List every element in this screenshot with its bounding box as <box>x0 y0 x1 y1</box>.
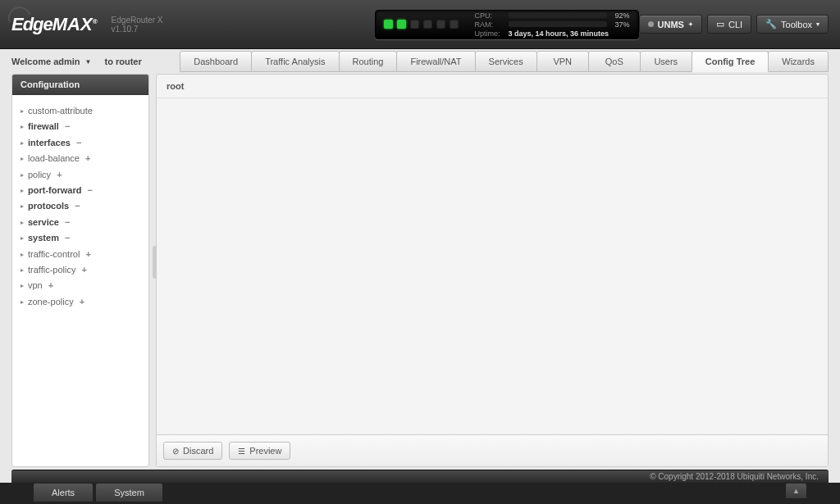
tree-item-firewall[interactable]: ▸firewall− <box>17 119 144 134</box>
tree-item-policy[interactable]: ▸policy+ <box>17 167 144 183</box>
welcome-menu[interactable]: Welcome admin ▼ to router <box>11 57 142 66</box>
content-panel: root ⊘Discard ☰Preview <box>156 74 829 467</box>
cli-button[interactable]: ▭CLI <box>707 15 751 34</box>
tab-wizards[interactable]: Wizards <box>768 51 829 72</box>
unms-button[interactable]: UNMS✦ <box>639 15 702 34</box>
triangle-icon: ▸ <box>21 170 24 179</box>
triangle-icon: ▸ <box>21 281 24 290</box>
main-nav-tabs: DashboardTraffic AnalysisRoutingFirewall… <box>180 51 829 72</box>
tree-item-port-forward[interactable]: ▸port-forward− <box>17 183 144 198</box>
led-port-5 <box>436 20 445 29</box>
header-actions: UNMS✦ ▭CLI 🔧Toolbox▾ <box>639 15 829 34</box>
discard-button[interactable]: ⊘Discard <box>163 442 222 460</box>
preview-button[interactable]: ☰Preview <box>229 442 290 460</box>
tree-item-load-balance[interactable]: ▸load-balance+ <box>17 151 144 166</box>
tree-item-traffic-policy[interactable]: ▸traffic-policy+ <box>17 262 144 278</box>
ram-bar <box>509 21 607 27</box>
triangle-icon: ▸ <box>21 202 24 211</box>
triangle-icon: ▸ <box>21 138 24 148</box>
cpu-bar <box>509 12 607 18</box>
tree-item-zone-policy[interactable]: ▸zone-policy+ <box>17 294 144 310</box>
tree-item-protocols[interactable]: ▸protocols− <box>17 198 144 214</box>
breadcrumb: root <box>157 75 828 98</box>
tab-qos[interactable]: QoS <box>588 51 641 72</box>
port-leds <box>384 20 459 29</box>
tab-vpn[interactable]: VPN <box>536 51 589 72</box>
toolbox-button[interactable]: 🔧Toolbox▾ <box>756 15 829 34</box>
led-port-6 <box>450 20 459 29</box>
tab-routing[interactable]: Routing <box>339 51 398 72</box>
config-sidebar: Configuration ▸custom-attribute▸firewall… <box>11 74 149 467</box>
content-body <box>157 98 828 434</box>
triangle-icon: ▸ <box>21 154 24 163</box>
sidebar-title: Configuration <box>12 75 148 95</box>
tree-item-vpn[interactable]: ▸vpn+ <box>17 278 144 293</box>
tree-item-interfaces[interactable]: ▸interfaces− <box>17 135 144 151</box>
status-dot-icon <box>648 21 654 27</box>
copyright-text: © Copyright 2012-2018 Ubiquiti Networks,… <box>11 470 829 483</box>
led-port-3 <box>410 20 419 29</box>
ram-value: 37% <box>615 20 630 29</box>
tab-config-tree[interactable]: Config Tree <box>692 51 769 72</box>
triangle-icon: ▸ <box>21 234 24 243</box>
tab-firewall-nat[interactable]: Firewall/NAT <box>396 51 475 72</box>
chevron-down-icon: ▼ <box>85 58 92 66</box>
tab-services[interactable]: Services <box>475 51 537 72</box>
cpu-value: 92% <box>615 11 630 20</box>
cancel-icon: ⊘ <box>172 447 179 456</box>
ram-label: RAM: <box>475 20 500 29</box>
tab-users[interactable]: Users <box>640 51 692 72</box>
tree-item-custom-attribute[interactable]: ▸custom-attribute <box>17 103 144 119</box>
system-tab[interactable]: System <box>95 483 163 502</box>
uptime-label: Uptime: <box>475 30 500 38</box>
led-port-1 <box>384 20 393 29</box>
triangle-icon: ▸ <box>21 122 24 131</box>
content-footer: ⊘Discard ☰Preview <box>157 434 828 466</box>
wrench-icon: 🔧 <box>765 19 777 30</box>
bottom-dock: Alerts System ▲ <box>0 483 840 504</box>
tab-dashboard[interactable]: Dashboard <box>180 51 252 72</box>
uptime-value: 3 days, 14 hours, 36 minutes <box>509 30 630 38</box>
status-panel: CPU: 92% RAM: 37% Uptime: 3 days, 14 hou… <box>375 10 639 39</box>
chevron-down-icon: ▾ <box>816 20 819 28</box>
main-area: Configuration ▸custom-attribute▸firewall… <box>0 74 840 467</box>
tab-traffic-analysis[interactable]: Traffic Analysis <box>251 51 339 72</box>
triangle-icon: ▸ <box>21 107 24 116</box>
config-tree: ▸custom-attribute▸firewall−▸interfaces−▸… <box>12 95 148 318</box>
tree-item-traffic-control[interactable]: ▸traffic-control+ <box>17 247 144 262</box>
triangle-icon: ▸ <box>21 266 24 275</box>
triangle-icon: ▸ <box>21 297 24 306</box>
terminal-icon: ▭ <box>716 19 724 30</box>
led-port-2 <box>397 20 406 29</box>
sub-header: Welcome admin ▼ to router DashboardTraff… <box>0 49 840 74</box>
cpu-label: CPU: <box>475 11 500 20</box>
triangle-icon: ▸ <box>21 218 24 227</box>
led-port-4 <box>423 20 432 29</box>
tree-item-service[interactable]: ▸service− <box>17 215 144 230</box>
document-icon: ☰ <box>238 447 245 456</box>
alerts-tab[interactable]: Alerts <box>33 483 94 502</box>
triangle-icon: ▸ <box>21 250 24 259</box>
triangle-icon: ▸ <box>21 186 24 195</box>
system-stats: CPU: 92% RAM: 37% Uptime: 3 days, 14 hou… <box>475 11 630 38</box>
expand-dock-button[interactable]: ▲ <box>785 483 807 499</box>
device-subtitle: EdgeRouter X v1.10.7 <box>112 16 186 34</box>
app-header: EdgeMAX® EdgeRouter X v1.10.7 CPU: 92% R… <box>0 0 840 49</box>
tree-item-system[interactable]: ▸system− <box>17 230 144 246</box>
